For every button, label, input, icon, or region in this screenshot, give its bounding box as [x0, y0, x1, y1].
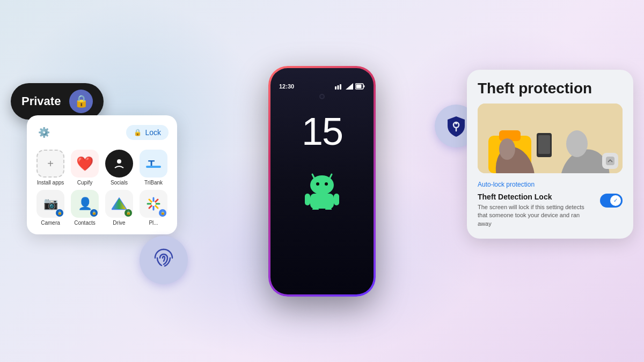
fingerprint-circle[interactable]: [140, 236, 188, 284]
svg-point-17: [310, 175, 334, 195]
toggle-check-icon: ✓: [613, 197, 618, 203]
svg-rect-21: [305, 194, 310, 205]
fingerprint-icon: [151, 245, 177, 276]
app-item-camera[interactable]: 📷 🔒 Camera: [35, 190, 65, 226]
tribank-icon: T: [140, 150, 167, 178]
theft-detect-title: Theft Detection Lock: [478, 193, 595, 201]
phone-clock: 15: [302, 112, 342, 151]
app-drawer-header: ⚙️ 🔒 Lock: [35, 124, 169, 141]
contacts-label: Contacts: [74, 220, 95, 226]
cupify-icon: ❤️: [71, 150, 99, 178]
phone-inner: 12:30: [270, 68, 374, 294]
theft-detect-toggle[interactable]: ✓: [600, 194, 623, 208]
photos-label: Pl...: [149, 220, 158, 226]
toggle-thumb: ✓: [610, 195, 621, 206]
svg-marker-11: [346, 83, 353, 90]
app-item-cupify[interactable]: ❤️ Cupify: [70, 150, 100, 186]
theft-protection-card: Theft protection: [467, 70, 633, 239]
svg-marker-6: [112, 198, 126, 209]
svg-point-33: [566, 130, 588, 157]
app-item-install[interactable]: + Install apps: [35, 150, 65, 186]
svg-rect-4: [146, 166, 161, 168]
apps-grid: + Install apps ❤️ Cupify Socials T TriBa…: [35, 150, 169, 226]
drive-label: Drive: [113, 220, 125, 226]
svg-point-26: [455, 122, 457, 124]
svg-rect-36: [606, 157, 614, 165]
svg-rect-13: [356, 84, 362, 88]
svg-point-18: [316, 182, 319, 186]
svg-rect-20: [310, 194, 334, 209]
photos-icon: 🔒: [140, 190, 167, 218]
phone-status-icons: [335, 83, 365, 90]
app-drawer: ⚙️ 🔒 Lock + Install apps ❤️ Cupify Socia…: [27, 115, 177, 234]
cupify-label: Cupify: [77, 180, 92, 186]
install-apps-icon: +: [36, 150, 64, 178]
theft-detect-text: Theft Detection Lock The screen will loc…: [478, 193, 595, 228]
svg-rect-35: [538, 135, 550, 154]
android-mascot: [301, 167, 343, 212]
app-item-socials[interactable]: Socials: [104, 150, 134, 186]
svg-rect-8: [335, 86, 336, 90]
app-item-drive[interactable]: 🔒 Drive: [104, 190, 134, 226]
drive-icon: 🔒: [105, 190, 133, 218]
app-item-tribank[interactable]: T TriBank: [138, 150, 169, 186]
camera-notch: [319, 94, 325, 99]
theft-detect-desc: The screen will lock if this setting det…: [478, 203, 595, 228]
image-badge: [602, 153, 618, 169]
camera-badge: 🔒: [56, 209, 63, 217]
photos-badge: 🔒: [159, 209, 166, 217]
svg-text:T: T: [148, 158, 155, 170]
lock-btn-label: Lock: [145, 128, 161, 137]
camera-label: Camera: [41, 220, 60, 226]
private-pill[interactable]: Private 🔒: [11, 83, 104, 120]
phone-screen: 12:30: [270, 68, 374, 294]
private-label: Private: [21, 94, 61, 108]
tribank-label: TriBank: [144, 180, 163, 186]
svg-point-7: [151, 202, 156, 206]
app-item-contacts[interactable]: 👤 🔒 Contacts: [70, 190, 100, 226]
install-apps-label: Install apps: [37, 180, 64, 186]
private-lock-icon: 🔒: [69, 90, 93, 113]
phone-status-bar: 12:30: [270, 79, 374, 92]
shield-icon: [444, 114, 468, 138]
settings-icon-btn[interactable]: ⚙️: [35, 124, 53, 141]
theft-title: Theft protection: [478, 80, 623, 97]
socials-icon: [105, 150, 133, 178]
svg-rect-14: [364, 85, 365, 87]
camera-icon: 📷 🔒: [36, 190, 64, 218]
phone: 12:30: [268, 66, 376, 297]
svg-rect-9: [338, 85, 339, 90]
theft-detect-row: Theft Detection Lock The screen will loc…: [478, 193, 623, 228]
contacts-icon: 👤 🔒: [71, 190, 99, 218]
lock-btn-icon: 🔒: [134, 129, 142, 136]
auto-lock-label: Auto-lock protection: [478, 181, 623, 188]
drive-badge: 🔒: [125, 209, 132, 217]
svg-point-19: [325, 182, 328, 186]
phone-outer: 12:30: [268, 66, 376, 297]
theft-image-scene: [478, 104, 623, 173]
svg-point-31: [499, 138, 515, 160]
contacts-badge: 🔒: [90, 209, 98, 217]
svg-rect-22: [334, 194, 339, 205]
theft-image: [478, 104, 623, 173]
svg-rect-10: [340, 84, 341, 90]
svg-point-1: [117, 159, 121, 164]
lock-button[interactable]: 🔒 Lock: [126, 125, 169, 140]
app-item-photos[interactable]: 🔒 Pl...: [138, 190, 169, 226]
phone-time: 12:30: [279, 83, 294, 90]
socials-label: Socials: [111, 180, 128, 186]
